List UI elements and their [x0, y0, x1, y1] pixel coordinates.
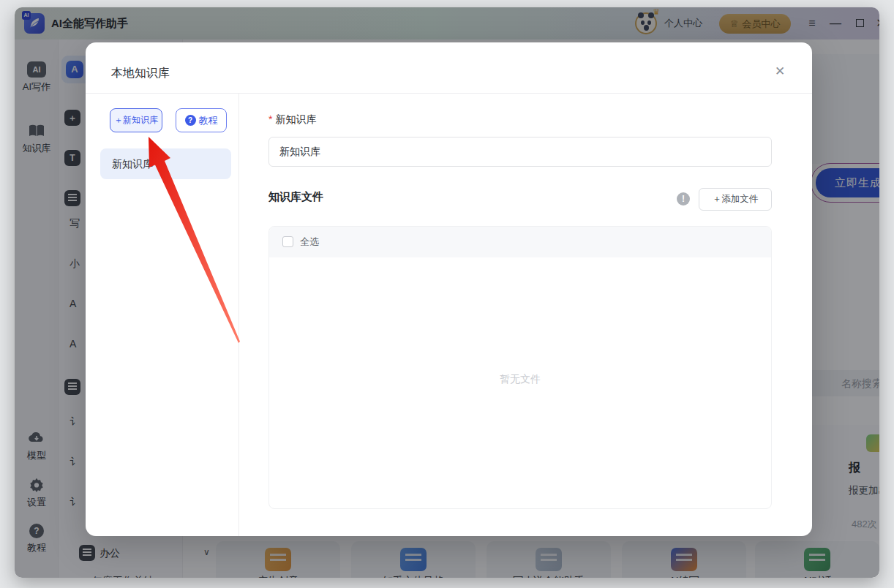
question-icon: ? — [185, 115, 196, 126]
tutorial-button-label: 教程 — [199, 114, 218, 127]
kb-name-label: *新知识库 — [268, 113, 316, 127]
modal-title: 本地知识库 — [111, 66, 170, 81]
required-mark: * — [268, 113, 272, 125]
select-all-label: 全选 — [300, 227, 319, 257]
select-all-checkbox[interactable] — [282, 236, 293, 247]
empty-state-text: 暂无文件 — [269, 373, 771, 386]
add-file-button[interactable]: ＋添加文件 — [699, 188, 772, 211]
new-knowledge-base-button[interactable]: ＋新知识库 — [110, 108, 162, 132]
app-window: AI AI全能写作助手 ♛ 个人中心 ♕ 会员中心 ≡ — ✕ AI AI写作 — [15, 7, 879, 578]
kb-files-section-title: 知识库文件 — [268, 190, 323, 204]
divider — [238, 94, 239, 536]
knowledge-base-list-item[interactable]: 新知识库 — [100, 148, 231, 179]
kb-name-label-text: 新知识库 — [275, 113, 316, 125]
divider — [86, 93, 812, 94]
modal-close-icon[interactable]: ✕ — [770, 61, 790, 82]
file-list-header: 全选 — [269, 227, 771, 257]
kb-name-input[interactable] — [268, 137, 772, 167]
file-list: 全选 暂无文件 — [268, 226, 772, 509]
info-icon[interactable]: ! — [677, 192, 690, 206]
local-knowledge-base-modal: 本地知识库 ✕ ＋新知识库 ? 教程 新知识库 *新知识库 知识库文件 ! ＋添… — [86, 42, 812, 536]
tutorial-button[interactable]: ? 教程 — [176, 108, 227, 132]
